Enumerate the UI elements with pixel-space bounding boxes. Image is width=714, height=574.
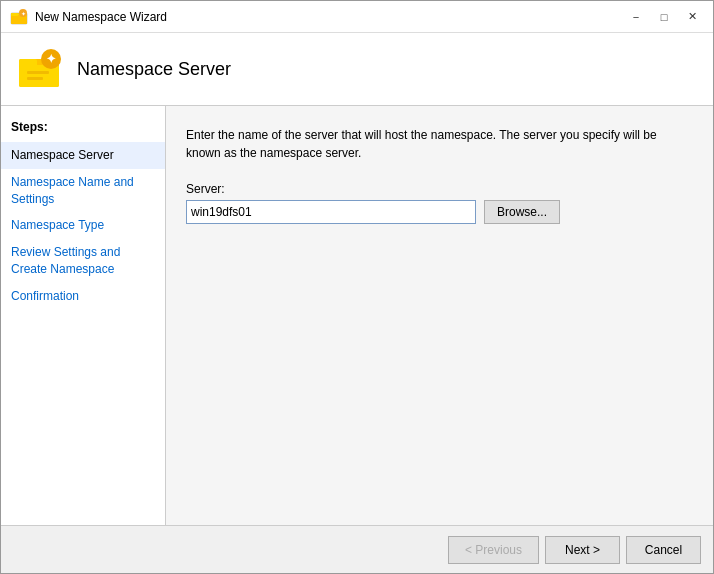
steps-label: Steps: [1, 116, 165, 142]
title-bar-title: New Namespace Wizard [35, 10, 623, 24]
svg-text:✦: ✦ [21, 10, 26, 16]
wizard-header: ✦ Namespace Server [1, 33, 713, 106]
title-bar-icon: ✦ [9, 7, 29, 27]
svg-rect-10 [27, 71, 49, 74]
sidebar-item-namespace-type[interactable]: Namespace Type [1, 212, 165, 239]
maximize-button[interactable]: □ [651, 6, 677, 28]
description-text: Enter the name of the server that will h… [186, 126, 693, 162]
svg-rect-2 [11, 13, 18, 16]
svg-text:✦: ✦ [46, 52, 56, 66]
server-form-section: Server: Browse... [186, 182, 693, 224]
title-bar: ✦ New Namespace Wizard − □ ✕ [1, 1, 713, 33]
title-bar-controls: − □ ✕ [623, 6, 705, 28]
minimize-button[interactable]: − [623, 6, 649, 28]
previous-button[interactable]: < Previous [448, 536, 539, 564]
sidebar-item-review-settings[interactable]: Review Settings and Create Namespace [1, 239, 165, 283]
wizard-icon: ✦ [17, 45, 65, 93]
sidebar: Steps: Namespace Server Namespace Name a… [1, 106, 166, 525]
next-button[interactable]: Next > [545, 536, 620, 564]
wizard-window: ✦ New Namespace Wizard − □ ✕ ✦ [0, 0, 714, 574]
svg-rect-11 [27, 77, 43, 80]
sidebar-item-confirmation[interactable]: Confirmation [1, 283, 165, 310]
page-title: Namespace Server [77, 59, 231, 80]
server-label: Server: [186, 182, 693, 196]
close-button[interactable]: ✕ [679, 6, 705, 28]
browse-button[interactable]: Browse... [484, 200, 560, 224]
svg-rect-7 [19, 59, 37, 67]
content-area: Steps: Namespace Server Namespace Name a… [1, 106, 713, 525]
sidebar-item-namespace-name[interactable]: Namespace Name and Settings [1, 169, 165, 213]
server-input[interactable] [186, 200, 476, 224]
wizard-footer: < Previous Next > Cancel [1, 525, 713, 573]
cancel-button[interactable]: Cancel [626, 536, 701, 564]
sidebar-item-namespace-server[interactable]: Namespace Server [1, 142, 165, 169]
main-content: Enter the name of the server that will h… [166, 106, 713, 525]
server-input-row: Browse... [186, 200, 693, 224]
